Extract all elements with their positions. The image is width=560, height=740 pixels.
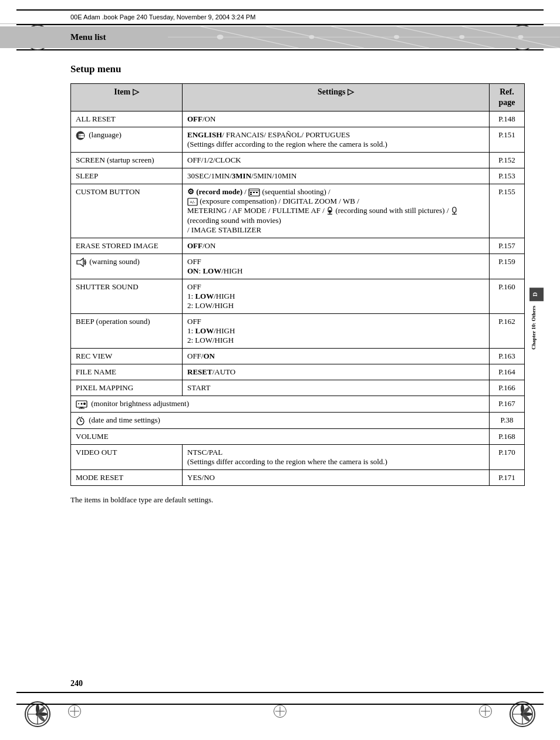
settings-cell: OFFON: LOW/HIGH bbox=[183, 254, 490, 279]
chapter-sidebar: D Chapter 10: Others bbox=[529, 288, 544, 352]
settings-cell: OFF/ON bbox=[183, 111, 490, 127]
svg-rect-47 bbox=[453, 207, 456, 212]
settings-cell: OFF/1/2/CLOCK bbox=[183, 153, 490, 168]
table-row: REC VIEW OFF/ON P.163 bbox=[71, 349, 525, 364]
ref-cell: P.170 bbox=[490, 445, 525, 470]
compass-bl bbox=[25, 701, 50, 727]
table-row: VIDEO OUT NTSC/PAL(Settings differ accor… bbox=[71, 445, 525, 470]
ref-cell: P.155 bbox=[490, 184, 525, 238]
settings-cell: NTSC/PAL(Settings differ according to th… bbox=[183, 445, 490, 470]
svg-line-62 bbox=[81, 417, 82, 418]
ref-cell: P.148 bbox=[490, 111, 525, 127]
item-cell: SLEEP bbox=[71, 168, 183, 184]
ref-cell: P.164 bbox=[490, 364, 525, 380]
svg-point-57 bbox=[83, 403, 86, 405]
svg-rect-40 bbox=[250, 194, 252, 195]
table-row: (monitor brightness adjustment) P.167 bbox=[71, 396, 525, 413]
ref-cell: P.163 bbox=[490, 349, 525, 364]
ref-cell: P.162 bbox=[490, 314, 525, 349]
ref-cell: P.159 bbox=[490, 254, 525, 279]
table-row: FILE NAME RESET/AUTO P.164 bbox=[71, 364, 525, 380]
settings-cell: ENGLISH/ FRANCAIS/ ESPAÑOL/ PORTUGUES(Se… bbox=[183, 127, 490, 153]
svg-point-55 bbox=[78, 403, 79, 404]
ref-cell: P.157 bbox=[490, 238, 525, 254]
svg-point-56 bbox=[81, 403, 83, 405]
item-cell: ALL RESET bbox=[71, 111, 183, 127]
crosshair-br-small bbox=[479, 705, 492, 718]
ref-cell: P.38 bbox=[490, 413, 525, 429]
ref-cell: P.168 bbox=[490, 429, 525, 445]
print-info: 00E Adam .book Page 240 Tuesday, Novembe… bbox=[0, 11, 560, 24]
item-cell: REC VIEW bbox=[71, 349, 183, 364]
ref-cell: P.152 bbox=[490, 153, 525, 168]
svg-point-29 bbox=[460, 35, 465, 39]
item-cell: SHUTTER SOUND bbox=[71, 279, 183, 314]
item-settings-cell: (date and time settings) bbox=[71, 413, 490, 429]
svg-point-28 bbox=[394, 35, 399, 39]
settings-cell: YES/NO bbox=[183, 470, 490, 486]
crosshair-bl-small bbox=[68, 705, 81, 718]
svg-marker-50 bbox=[77, 258, 83, 266]
menu-table: Item ▷ Settings ▷ Ref.page ALL RESET OFF… bbox=[70, 83, 525, 486]
table-row: VOLUME P.168 bbox=[71, 429, 525, 445]
settings-cell: OFF/ON bbox=[183, 349, 490, 364]
ref-cell: P.153 bbox=[490, 168, 525, 184]
ref-cell: P.166 bbox=[490, 380, 525, 396]
ref-cell: P.167 bbox=[490, 396, 525, 413]
item-settings-cell: VOLUME bbox=[71, 429, 490, 445]
settings-cell: ⚙ (record mode) / (sequential shooting) … bbox=[183, 184, 490, 238]
second-border bbox=[16, 24, 544, 25]
chapter-box: D bbox=[529, 288, 544, 301]
settings-cell: OFF1: LOW/HIGH2: LOW/HIGH bbox=[183, 314, 490, 349]
menu-banner-text: Menu list bbox=[70, 32, 106, 42]
table-row: SLEEP 30SEC/1MIN/3MIN/5MIN/10MIN P.153 bbox=[71, 168, 525, 184]
table-row: (language) ENGLISH/ FRANCAIS/ ESPAÑOL/ P… bbox=[71, 127, 525, 153]
header-settings: Settings ▷ bbox=[183, 84, 490, 111]
item-cell: PIXEL MAPPING bbox=[71, 380, 183, 396]
settings-cell: 30SEC/1MIN/3MIN/5MIN/10MIN bbox=[183, 168, 490, 184]
ref-cell: P.171 bbox=[490, 470, 525, 486]
crosshair-bc-small bbox=[274, 705, 286, 718]
ref-cell: P.151 bbox=[490, 127, 525, 153]
menu-banner: Menu list bbox=[0, 26, 560, 48]
item-cell: (language) bbox=[71, 127, 183, 153]
item-cell: BEEP (operation sound) bbox=[71, 314, 183, 349]
settings-cell: OFF/ON bbox=[183, 238, 490, 254]
item-cell: MODE RESET bbox=[71, 470, 183, 486]
section-title: Setup menu bbox=[70, 63, 525, 75]
bottom-second-border bbox=[16, 704, 544, 705]
table-row: SHUTTER SOUND OFF1: LOW/HIGH2: LOW/HIGH … bbox=[71, 279, 525, 314]
settings-cell: START bbox=[183, 380, 490, 396]
svg-point-30 bbox=[518, 35, 524, 39]
ref-cell: P.160 bbox=[490, 279, 525, 314]
item-cell: SCREEN (startup screen) bbox=[71, 153, 183, 168]
main-content: Setup menu Item ▷ Settings ▷ Ref.page AL… bbox=[0, 50, 560, 516]
header-item: Item ▷ bbox=[71, 84, 183, 111]
svg-point-26 bbox=[217, 35, 224, 39]
page-wrap: 00E Adam .book Page 240 Tuesday, Novembe… bbox=[0, 0, 560, 740]
bottom-border bbox=[16, 692, 544, 693]
settings-cell: RESET/AUTO bbox=[183, 364, 490, 380]
table-row: MODE RESET YES/NO P.171 bbox=[71, 470, 525, 486]
table-row: ERASE STORED IMAGE OFF/ON P.157 bbox=[71, 238, 525, 254]
svg-rect-37 bbox=[250, 192, 252, 193]
item-settings-cell: (monitor brightness adjustment) bbox=[71, 396, 490, 413]
table-row: CUSTOM BUTTON ⚙ (record mode) / (sequent… bbox=[71, 184, 525, 238]
svg-point-27 bbox=[309, 35, 315, 39]
table-row: ALL RESET OFF/ON P.148 bbox=[71, 111, 525, 127]
item-cell: (warning sound) bbox=[71, 254, 183, 279]
item-cell: FILE NAME bbox=[71, 364, 183, 380]
svg-rect-38 bbox=[253, 192, 255, 193]
compass-br bbox=[510, 701, 535, 727]
table-row: SCREEN (startup screen) OFF/1/2/CLOCK P.… bbox=[71, 153, 525, 168]
chapter-label: Chapter 10: Others bbox=[529, 303, 544, 352]
table-row: BEEP (operation sound) OFF1: LOW/HIGH2: … bbox=[71, 314, 525, 349]
svg-line-61 bbox=[79, 417, 80, 418]
svg-text:+/-: +/- bbox=[190, 200, 195, 205]
svg-rect-39 bbox=[256, 192, 258, 193]
table-row: PIXEL MAPPING START P.166 bbox=[71, 380, 525, 396]
item-cell: VIDEO OUT bbox=[71, 445, 183, 470]
item-cell: CUSTOM BUTTON bbox=[71, 184, 183, 238]
item-cell: ERASE STORED IMAGE bbox=[71, 238, 183, 254]
settings-cell: OFF1: LOW/HIGH2: LOW/HIGH bbox=[183, 279, 490, 314]
